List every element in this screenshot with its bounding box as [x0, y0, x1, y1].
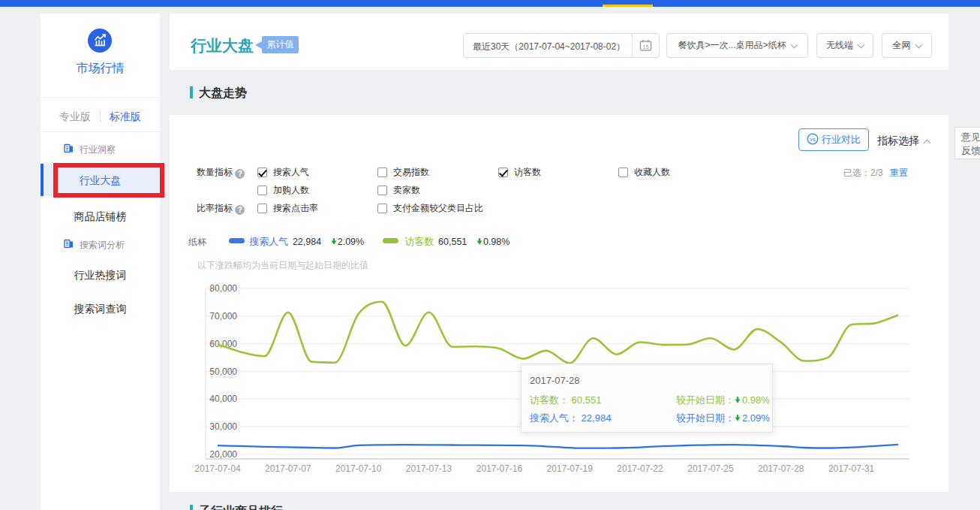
- svg-text:2017-07-04: 2017-07-04: [194, 463, 241, 474]
- svg-text:50,000: 50,000: [209, 367, 237, 377]
- svg-text:2017-07-10: 2017-07-10: [335, 463, 382, 474]
- svg-text:80,000: 80,000: [209, 283, 237, 294]
- svg-text:15: 15: [642, 44, 648, 50]
- svg-text:2017-07-25: 2017-07-25: [687, 463, 734, 474]
- svg-text:70,000: 70,000: [209, 311, 237, 321]
- svg-text:2017-07-28: 2017-07-28: [758, 463, 804, 474]
- svg-text:2017-07-13: 2017-07-13: [406, 463, 452, 474]
- svg-text:2017-07-19: 2017-07-19: [547, 463, 594, 474]
- svg-text:30,000: 30,000: [209, 421, 237, 432]
- svg-text:20,000: 20,000: [209, 449, 237, 460]
- svg-text:2017-07-07: 2017-07-07: [265, 463, 311, 474]
- svg-text:60,000: 60,000: [209, 339, 237, 349]
- svg-text:2017-07-22: 2017-07-22: [617, 463, 663, 474]
- svg-text:2017-07-16: 2017-07-16: [476, 463, 523, 474]
- svg-text:40,000: 40,000: [209, 394, 237, 404]
- svg-text:vs: vs: [810, 136, 816, 143]
- svg-text:2017-07-31: 2017-07-31: [828, 463, 875, 474]
